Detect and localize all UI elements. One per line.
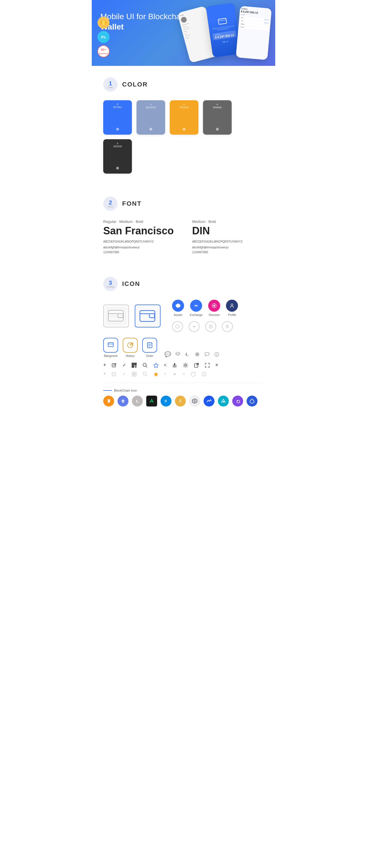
color-section-title: COLOR <box>122 81 148 88</box>
profile-icon <box>226 300 238 312</box>
font1-lowercase: abcdefghijklmnopqrstuvwxyz <box>103 245 175 250</box>
svg-rect-6 <box>218 19 226 22</box>
icon-section-header: 3 THREE ICON <box>103 265 264 291</box>
svg-point-15 <box>231 304 233 306</box>
svg-point-17 <box>210 326 211 328</box>
misc-icons-group: 💬 <box>162 351 220 358</box>
color-swatches: # 3574FA # 8DA0C8 # F5A623 # 666666 # 30… <box>103 100 264 174</box>
order-label: Order <box>146 354 153 358</box>
section-num-2: 2 <box>109 200 112 206</box>
svg-marker-4 <box>102 22 105 25</box>
icon-section: Assets Exchange <box>103 300 264 418</box>
section-word-1: ONE <box>108 86 113 89</box>
zcash-icon: Z <box>175 396 186 406</box>
layers-icon <box>175 351 181 357</box>
svg-rect-52 <box>132 374 134 376</box>
list-edit-icon <box>112 362 117 368</box>
order-icon <box>142 338 157 353</box>
settings-icon[interactable] <box>182 362 188 368</box>
font2-lowercase: abcdefghijklmnopqrstuvwxyz <box>192 245 264 250</box>
icon-management: Mangment <box>103 338 118 358</box>
dash-icon: D <box>161 396 171 406</box>
speech-bubble-icon <box>204 351 210 357</box>
check-icon: ✓ <box>122 362 126 368</box>
profile-outline-icon <box>222 321 233 332</box>
exchange-icon <box>190 300 202 312</box>
colored-icons-top: Assets Exchange <box>172 300 238 316</box>
qr-icon <box>131 362 137 368</box>
phone-right: myWallet $ 6,297,502.12 12-298 BTC738-20… <box>236 6 272 60</box>
screens-badge: 60+Screens <box>97 45 110 57</box>
svg-rect-42 <box>135 367 137 368</box>
svg-rect-50 <box>132 372 134 374</box>
share-icon <box>172 362 177 368</box>
list-edit-faded-icon <box>112 371 117 377</box>
blockchain-divider: BlockChain Icon <box>103 389 264 392</box>
management-label: Mangment <box>104 354 117 358</box>
crypto-icons-row: Ł D Z <box>103 396 264 406</box>
history-label: History <box>125 354 135 358</box>
section-num-3: 3 <box>109 280 112 286</box>
svg-rect-10 <box>140 311 155 321</box>
section-number-one: 1 ONE <box>103 78 117 92</box>
icon-assets: Assets <box>172 300 184 316</box>
waves-icon <box>204 396 215 406</box>
svg-rect-53 <box>135 374 136 376</box>
history-icon <box>123 338 138 353</box>
svg-point-58 <box>204 373 204 373</box>
resize-icon <box>204 362 210 368</box>
icon-order: Order <box>142 338 157 358</box>
color-section-header: 1 ONE COLOR <box>103 66 264 92</box>
svg-rect-11 <box>149 314 154 318</box>
font-row: Regular · Medium · Bold San Francisco AB… <box>103 219 264 254</box>
phone-mockups: Profile Management Message Rate Collect … <box>175 3 275 66</box>
sketch-badge <box>97 17 110 29</box>
svg-text:D: D <box>165 399 167 403</box>
svg-rect-40 <box>135 366 135 366</box>
assets-label: Assets <box>174 313 182 316</box>
plus-faded-icon: + <box>103 371 106 377</box>
font2-uppercase: ABCDEFGHIJKLMNOPQRSTUVWXYZ <box>192 239 264 244</box>
info-icon <box>214 351 220 357</box>
litecoin-icon: Ł <box>132 396 143 406</box>
exchange-label: Exchange <box>190 313 202 316</box>
icon-main-row: Assets Exchange <box>103 300 264 332</box>
ethereum-icon <box>117 396 129 406</box>
font1-meta: Regular · Medium · Bold <box>103 219 175 224</box>
colored-icons-group: Assets Exchange <box>172 300 238 332</box>
tool-badges: Ps 60+Screens <box>97 17 110 57</box>
svg-point-70 <box>237 400 238 401</box>
icon-small-row-1: + ✓ <box>103 362 264 368</box>
font1-numbers: 1234567890 <box>103 251 175 254</box>
font2-name: DIN <box>192 225 264 237</box>
icon-small-row-2: + ✓ < <box>103 371 264 377</box>
svg-rect-51 <box>135 372 136 374</box>
color-swatch-orange: # F5A623 <box>170 100 198 135</box>
font1-uppercase: ABCDEFGHIJKLMNOPQRSTUVWXYZ <box>103 239 175 244</box>
svg-point-45 <box>185 364 186 366</box>
eos-icon <box>189 396 200 406</box>
svg-rect-19 <box>108 343 113 347</box>
svg-point-14 <box>213 305 215 307</box>
info-faded-icon <box>201 371 207 377</box>
hero-title-normal: Mobile UI for Blockchain <box>101 12 187 21</box>
font-section-title: FONT <box>122 200 142 208</box>
discover-outline-icon <box>205 321 216 332</box>
icon-discover: Discover <box>208 300 220 316</box>
ps-badge: Ps <box>97 31 110 43</box>
color-swatch-dark: # 303030 <box>103 139 132 174</box>
svg-line-55 <box>146 375 147 376</box>
font-col-sf: Regular · Medium · Bold San Francisco AB… <box>103 219 175 254</box>
management-icon <box>103 338 118 353</box>
font2-numbers: 1234567890 <box>192 251 264 254</box>
arrows-faded-icon <box>172 371 177 377</box>
assets-outline-icon <box>172 321 183 332</box>
svg-point-27 <box>195 352 199 356</box>
section-number-three: 3 THREE <box>103 277 117 291</box>
check-faded-icon: ✓ <box>122 371 126 377</box>
icon-exchange: Exchange <box>190 300 202 316</box>
svg-line-44 <box>146 366 147 367</box>
close-icon: × <box>215 362 219 368</box>
svg-point-18 <box>227 325 228 327</box>
search-icon[interactable] <box>142 362 148 368</box>
